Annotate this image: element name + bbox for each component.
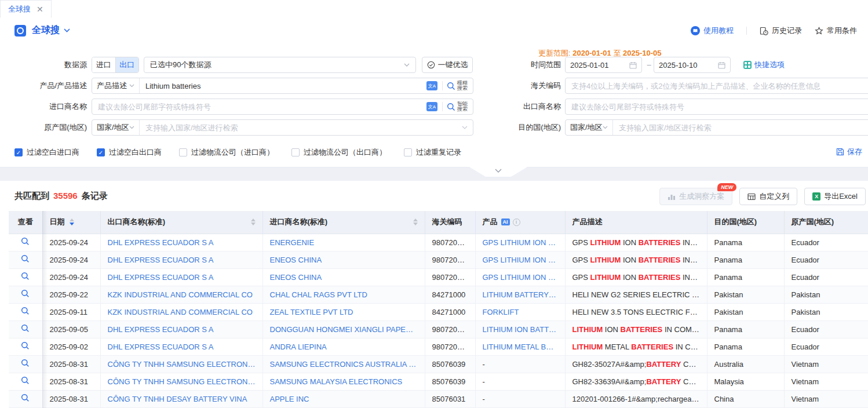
- importer-link[interactable]: ENEOS CHINA: [262, 251, 425, 268]
- table-row: 2025-09-05DHL EXPRESS ECUADOR S ADONGGUA…: [9, 320, 868, 338]
- close-icon[interactable]: ✕: [37, 5, 43, 13]
- sort-icon[interactable]: [251, 218, 256, 225]
- info-icon[interactable]: i: [513, 218, 520, 226]
- exporter-link[interactable]: DHL EXPRESS ECUADOR S A: [100, 251, 262, 268]
- exporter-link[interactable]: DHL EXPRESS ECUADOR S A: [100, 234, 262, 251]
- date-cell: 2025-09-11: [42, 303, 100, 320]
- smart-search-button[interactable]: 智能搜索: [447, 101, 473, 112]
- description-cell: LITHIUM ION BATTERIES IN COMPL...: [565, 320, 707, 338]
- fuzzy-search-button[interactable]: 模糊搜索: [447, 81, 473, 92]
- product-type-select[interactable]: 产品描述: [92, 78, 140, 93]
- translate-icon[interactable]: 文A: [426, 81, 437, 90]
- origin-country-input[interactable]: [140, 123, 462, 132]
- importer-link[interactable]: ANDRA LIEPINA: [262, 338, 425, 355]
- data-source-label: 数据源: [17, 57, 87, 73]
- product-cell[interactable]: LITHIUM BATTERY FO...: [475, 286, 565, 303]
- favorites-button[interactable]: 常用条件: [815, 26, 857, 36]
- filter-logistics-importer-checkbox[interactable]: 过滤物流公司（进口商）: [179, 147, 274, 158]
- filter-duplicates-checkbox[interactable]: 过滤重复记录: [404, 147, 461, 158]
- exporter-link[interactable]: CÔNG TY TNHH DESAY BATTERY VINA: [100, 390, 262, 407]
- import-toggle-button[interactable]: 进口: [92, 57, 116, 72]
- quick-options-button[interactable]: 快捷选项: [743, 57, 785, 73]
- importer-link[interactable]: SAMSUNG MALAYSIA ELECTRONICS: [262, 373, 425, 390]
- view-record-button[interactable]: [21, 254, 30, 263]
- chevron-down-icon: [129, 84, 134, 88]
- destination-country-input[interactable]: [613, 123, 868, 132]
- description-cell: GH82-35027A#&amp;BATTERY CHA...: [565, 355, 707, 373]
- one-key-optimize-button[interactable]: 一键优选: [422, 57, 473, 73]
- filter-logistics-exporter-checkbox[interactable]: 过滤物流公司（出口商）: [291, 147, 386, 158]
- date-end-input[interactable]: 2025-10-10: [654, 57, 731, 73]
- view-record-button[interactable]: [21, 324, 30, 333]
- product-cell[interactable]: LITHIUM ION BATTERY: [475, 320, 565, 338]
- hs-code-input[interactable]: [566, 82, 868, 90]
- generate-insight-button[interactable]: 生成洞察方案 NEW: [659, 188, 732, 205]
- save-condition-button[interactable]: 保存: [836, 147, 862, 157]
- product-field: 产品描述 文A 模糊搜索: [92, 78, 473, 94]
- product-cell[interactable]: GPS LITHIUM ION BAT...: [475, 251, 565, 268]
- product-cell: -: [475, 355, 565, 373]
- chevron-down-icon: [462, 126, 473, 129]
- destination-cell: Pakistan: [707, 286, 784, 303]
- exporter-label: 出口商名称: [491, 99, 561, 115]
- description-cell: HELI NEW G2 SERIES ELECTRIC LITHI...: [565, 286, 707, 303]
- destination-cell: Panama: [707, 338, 784, 355]
- view-record-button[interactable]: [21, 289, 30, 298]
- export-excel-button[interactable]: X 导出Excel: [804, 188, 866, 205]
- tutorial-button[interactable]: 使用教程: [691, 26, 734, 36]
- exporter-link[interactable]: DHL EXPRESS ECUADOR S A: [100, 338, 262, 355]
- exporter-link[interactable]: KZK INDUSTRIAL AND COMMERCIAL CO: [100, 286, 262, 303]
- date-start-input[interactable]: 2025-01-01: [565, 57, 642, 73]
- product-cell[interactable]: GPS LITHIUM ION BAT...: [475, 268, 565, 286]
- page-title: 全球搜: [32, 24, 60, 37]
- checkbox-icon: [14, 148, 23, 156]
- importer-link[interactable]: ZEAL TEXTILE PVT LTD: [262, 303, 425, 320]
- page-title-dropdown[interactable]: 全球搜: [32, 24, 70, 37]
- global-search-page: 全球搜 ✕ 全球搜 使用教程 历史记录 常用条件 另存为: [0, 0, 868, 408]
- importer-link[interactable]: CHAL CHAL RAGS PVT LTD: [262, 286, 425, 303]
- tab-global-search[interactable]: 全球搜 ✕: [0, 0, 52, 18]
- description-cell: HELI NEW 3.5 TONS ELECTRIC FORKL...: [565, 303, 707, 320]
- product-cell[interactable]: LITHIUM METAL BATT...: [475, 338, 565, 355]
- view-record-button[interactable]: [21, 237, 30, 246]
- sort-icon[interactable]: [413, 218, 418, 225]
- product-input[interactable]: [140, 82, 426, 90]
- view-record-button[interactable]: [21, 376, 30, 385]
- origin-type-select[interactable]: 国家/地区: [92, 120, 140, 135]
- table-row: 2025-09-24DHL EXPRESS ECUADOR S AENERGEN…: [9, 234, 868, 251]
- importer-link[interactable]: APPLE INC: [262, 390, 425, 407]
- chevron-down-icon: [404, 63, 410, 67]
- exporter-link[interactable]: DHL EXPRESS ECUADOR S A: [100, 268, 262, 286]
- exporter-link[interactable]: CÔNG TY TNHH SAMSUNG ELECTRONICS ...: [100, 373, 262, 390]
- filter-blank-exporter-checkbox[interactable]: 过滤空白出口商: [97, 147, 162, 158]
- sort-icon[interactable]: [70, 218, 74, 225]
- view-record-button[interactable]: [21, 307, 30, 315]
- view-record-button[interactable]: [21, 394, 30, 402]
- view-record-button[interactable]: [21, 359, 30, 367]
- importer-input[interactable]: [92, 103, 426, 111]
- excel-icon: X: [812, 192, 820, 201]
- export-toggle-button[interactable]: 出口: [116, 57, 139, 72]
- history-button[interactable]: 历史记录: [760, 26, 802, 36]
- product-cell[interactable]: FORKLIFT: [475, 303, 565, 320]
- description-cell: 120201-001266-1#&amp;rechargeab...: [565, 390, 707, 407]
- exporter-link[interactable]: CÔNG TY TNHH SAMSUNG ELECTRONICS ...: [100, 355, 262, 373]
- checkbox-icon: [97, 148, 105, 156]
- destination-type-select[interactable]: 国家/地区: [566, 120, 613, 135]
- importer-link[interactable]: ENERGENIE: [262, 234, 425, 251]
- product-cell[interactable]: GPS LITHIUM ION BAT...: [475, 234, 565, 251]
- importer-link[interactable]: ENEOS CHINA: [262, 268, 425, 286]
- date-cell: 2025-08-31: [42, 373, 100, 390]
- hs-code-cell: 9807209090: [425, 338, 475, 355]
- exporter-link[interactable]: KZK INDUSTRIAL AND COMMERCIAL CO: [100, 303, 262, 320]
- translate-icon[interactable]: 文A: [426, 102, 437, 111]
- filter-blank-importer-checkbox[interactable]: 过滤空白进口商: [14, 147, 79, 158]
- view-record-button[interactable]: [21, 341, 30, 350]
- importer-link[interactable]: SAMSUNG ELECTRONICS AUSTRALIA PTY: [262, 355, 425, 373]
- exporter-input[interactable]: [566, 103, 868, 111]
- exporter-link[interactable]: DHL EXPRESS ECUADOR S A: [100, 320, 262, 338]
- view-record-button[interactable]: [21, 272, 30, 280]
- importer-link[interactable]: DONGGUAN HONGMEI XIANGLI PAPER PR...: [262, 320, 425, 338]
- customize-columns-button[interactable]: 自定义列: [739, 188, 797, 205]
- data-source-select[interactable]: 已选中90个数据源: [144, 57, 416, 73]
